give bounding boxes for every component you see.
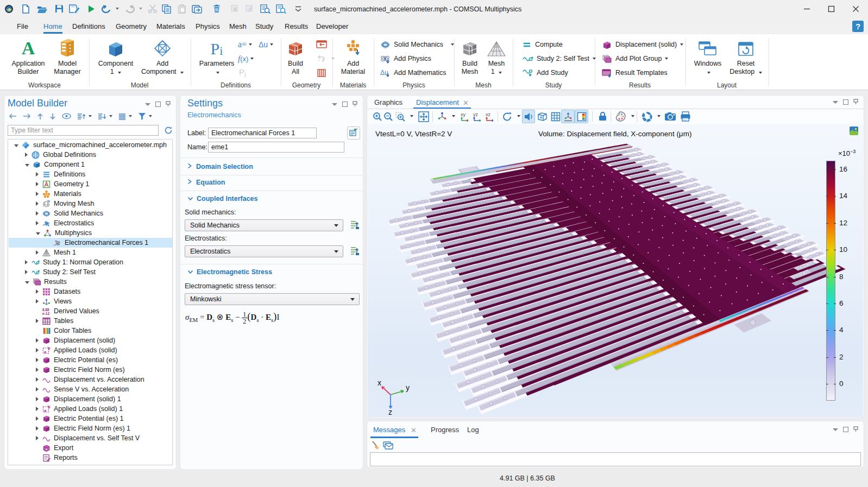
svg-text:yz: yz	[473, 112, 479, 117]
svg-text:e-12: e-12	[42, 312, 49, 315]
svg-text:xy: xy	[461, 112, 466, 117]
svg-text:y: y	[406, 383, 410, 392]
svg-text:Pi: Pi	[211, 41, 223, 57]
svg-text:xz: xz	[486, 112, 491, 117]
svg-text:8.85: 8.85	[42, 308, 49, 312]
svg-text:z: z	[388, 408, 392, 415]
svg-text:A: A	[22, 40, 35, 57]
svg-text:x: x	[378, 378, 381, 387]
